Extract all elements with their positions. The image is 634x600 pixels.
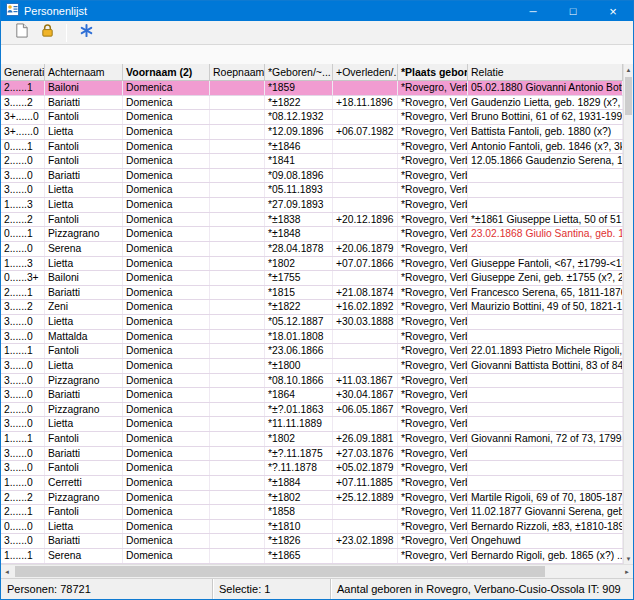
table-row[interactable]: 0......0LiettaDomenica*±1810*Rovegro, Ve… xyxy=(1,520,623,535)
cell-achternaam: Bariatti xyxy=(45,286,123,300)
table-row[interactable]: 3+......0LiettaDomenica*12.09.1896+06.07… xyxy=(1,125,623,140)
table-row[interactable]: 1......1FantoliDomenica*1802+26.09.1881*… xyxy=(1,432,623,447)
cell-roepnaam xyxy=(210,359,265,373)
cell-relatie: Giovanni Ramoni, 72 of 73, 1799-1... xyxy=(468,432,623,446)
cell-overleden: +23.02.1898 xyxy=(333,534,398,548)
cell-geboren: *±1810 xyxy=(265,520,333,534)
vertical-scrollbar-thumb[interactable] xyxy=(625,77,632,115)
table-row[interactable]: 3......0BariattiDomenica*±?.11.1875+27.0… xyxy=(1,447,623,462)
cell-plaats: *Rovegro, Verb... xyxy=(398,403,468,417)
scroll-right-arrow-icon[interactable]: ► xyxy=(621,565,633,578)
table-row[interactable]: 3......2ZeniDomenica*±1822+16.02.1892*Ro… xyxy=(1,300,623,315)
cell-generatie: 2......1 xyxy=(1,81,45,95)
table-row[interactable]: 3......0BariattiDomenica*09.08.1896*Rove… xyxy=(1,169,623,184)
cell-geboren: *08.10.1866 xyxy=(265,374,333,388)
scroll-down-arrow-icon[interactable]: ▼ xyxy=(624,553,633,564)
table-row[interactable]: 3+......0FantoliDomenica*08.12.1932*Rove… xyxy=(1,110,623,125)
cell-generatie: 1......1 xyxy=(1,344,45,358)
cell-relatie: 12.05.1866 Gaudenzio Serena, 1... xyxy=(468,154,623,168)
cell-roepnaam xyxy=(210,125,265,139)
table-row[interactable]: 1......3LiettaDomenica*27.09.1893*Rovegr… xyxy=(1,198,623,213)
header-cell[interactable]: *Geboren/~... xyxy=(265,64,333,80)
scroll-left-arrow-icon[interactable]: ◄ xyxy=(1,565,13,578)
titlebar[interactable]: Personenlijst ─ □ × xyxy=(1,1,633,21)
table-row[interactable]: 3......0MattaldaDomenica*18.01.1808*Rove… xyxy=(1,330,623,345)
cell-generatie: 2......0 xyxy=(1,154,45,168)
cell-plaats: *Rovegro, Verb... xyxy=(398,169,468,183)
table-row[interactable]: 3......0FantoliDomenica*?.11.1878+05.02.… xyxy=(1,461,623,476)
header-cell[interactable]: Roepnaam xyxy=(210,64,265,80)
cell-voornaam: Domenica xyxy=(123,403,210,417)
scroll-up-arrow-icon[interactable]: ▲ xyxy=(624,64,633,75)
cell-geboren: *1859 xyxy=(265,81,333,95)
cell-overleden: +18.11.1896 xyxy=(333,96,398,110)
table-row[interactable]: 2......1BariattiDomenica*1815+21.08.1874… xyxy=(1,286,623,301)
table-row[interactable]: 0......3+BailoniDomenica*±1755*Rovegro, … xyxy=(1,271,623,286)
close-button[interactable]: × xyxy=(593,1,633,21)
header-cell[interactable]: *Plaats gebor... xyxy=(398,64,468,80)
cell-plaats: *Rovegro, Verb... xyxy=(398,432,468,446)
table-row[interactable]: 2......0SerenaDomenica*28.04.1878+20.06.… xyxy=(1,242,623,257)
cell-generatie: 2......2 xyxy=(1,213,45,227)
table-row[interactable]: 2......1BailoniDomenica*1859*Rovegro, Ve… xyxy=(1,81,623,96)
window: Personenlijst ─ □ × xyxy=(0,0,634,600)
cell-roepnaam xyxy=(210,140,265,154)
header-cell[interactable]: Achternaam xyxy=(45,64,123,80)
cell-plaats: *Rovegro, Verb... xyxy=(398,417,468,431)
table-row[interactable]: 2......2PizzagranoDomenica*±1802+25.12.1… xyxy=(1,491,623,506)
table-row[interactable]: 3......0PizzagranoDomenica*08.10.1866+11… xyxy=(1,374,623,389)
table-row[interactable]: 3......2BariattiDomenica*±1822+18.11.189… xyxy=(1,96,623,111)
table-row[interactable]: 3......0BariattiDomenica*1864+30.04.1867… xyxy=(1,388,623,403)
table-row[interactable]: 3......0LiettaDomenica*±1800*Rovegro, Ve… xyxy=(1,359,623,374)
cell-generatie: 3......0 xyxy=(1,534,45,548)
table-row[interactable]: 2......1FantoliDomenica*1858*Rovegro, Ve… xyxy=(1,505,623,520)
minimize-button[interactable]: ─ xyxy=(513,1,553,21)
cell-relatie xyxy=(468,461,623,475)
header-cell[interactable]: +Overleden/... xyxy=(333,64,398,80)
vertical-scrollbar[interactable]: ▲ ▼ xyxy=(623,64,633,564)
table-row[interactable]: 1......1FantoliDomenica*23.06.1866*Roveg… xyxy=(1,344,623,359)
cell-voornaam: Domenica xyxy=(123,505,210,519)
cell-achternaam: Fantoli xyxy=(45,461,123,475)
table-row[interactable]: 0......1PizzagranoDomenica*±1848*Rovegro… xyxy=(1,227,623,242)
maximize-button[interactable]: □ xyxy=(553,1,593,21)
lock-button[interactable] xyxy=(37,23,57,43)
cell-voornaam: Domenica xyxy=(123,461,210,475)
horizontal-scrollbar[interactable]: ◄ ► xyxy=(1,564,633,578)
cell-geboren: *±?.11.1875 xyxy=(265,447,333,461)
table-row[interactable]: 2......2FantoliDomenica*±1838+20.12.1896… xyxy=(1,213,623,228)
person-list: GeneratieAchternaamVoornaam (2)Roepnaam*… xyxy=(1,64,633,564)
cell-plaats: *Rovegro, Verb... xyxy=(398,300,468,314)
header-cell[interactable]: Generatie xyxy=(1,64,45,80)
cell-achternaam: Lietta xyxy=(45,257,123,271)
table-row[interactable]: 3......0LiettaDomenica*11.11.1889*Rovegr… xyxy=(1,417,623,432)
cell-generatie: 3......0 xyxy=(1,183,45,197)
table-row[interactable]: 2......0PizzagranoDomenica*±?.01.1863+06… xyxy=(1,403,623,418)
table-row[interactable]: 3......0BariattiDomenica*±1826+23.02.189… xyxy=(1,534,623,549)
cell-achternaam: Fantoli xyxy=(45,505,123,519)
cell-relatie xyxy=(468,374,623,388)
table-row[interactable]: 3......0LiettaDomenica*05.11.1893*Rovegr… xyxy=(1,183,623,198)
cell-relatie xyxy=(468,169,623,183)
cell-roepnaam xyxy=(210,476,265,490)
cell-roepnaam xyxy=(210,169,265,183)
cell-overleden xyxy=(333,169,398,183)
horizontal-scrollbar-thumb[interactable] xyxy=(15,566,545,577)
table-row[interactable]: 3......0LiettaDomenica*05.12.1887+30.03.… xyxy=(1,315,623,330)
cell-geboren: *18.01.1808 xyxy=(265,330,333,344)
cell-voornaam: Domenica xyxy=(123,330,210,344)
cell-geboren: *1864 xyxy=(265,388,333,402)
new-document-button[interactable] xyxy=(11,23,31,43)
cell-roepnaam xyxy=(210,271,265,285)
table-row[interactable]: 1......1SerenaDomenica*±1865*Rovegro, Ve… xyxy=(1,549,623,564)
header-cell[interactable]: Voornaam (2) xyxy=(123,64,210,80)
selection-button[interactable] xyxy=(76,23,96,43)
header-cell[interactable]: Relatie xyxy=(468,64,623,80)
cell-plaats: *Rovegro, Verb... xyxy=(398,534,468,548)
table-row[interactable]: 0......1FantoliDomenica*±1846*Rovegro, V… xyxy=(1,140,623,155)
table-row[interactable]: 1......3LiettaDomenica*1802+07.07.1866*R… xyxy=(1,257,623,272)
cell-plaats: *Rovegro, Verb... xyxy=(398,140,468,154)
cell-achternaam: Serena xyxy=(45,549,123,563)
table-row[interactable]: 1......0CerrettiDomenica*±1884+07.11.188… xyxy=(1,476,623,491)
table-row[interactable]: 2......0FantoliDomenica*1841*Rovegro, Ve… xyxy=(1,154,623,169)
